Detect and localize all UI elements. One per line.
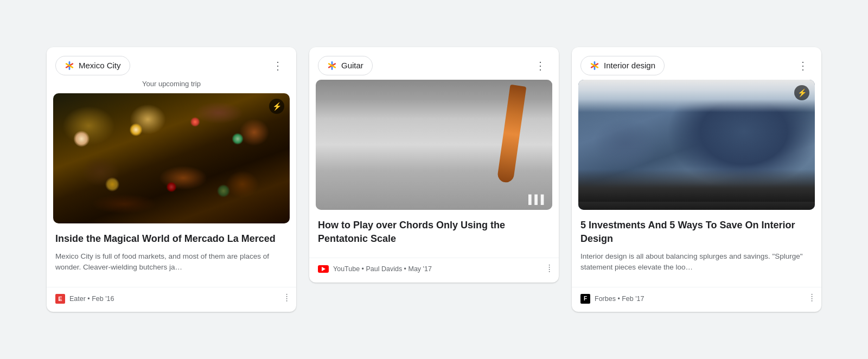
card-guitar: Guitar ⋮ ▌▌▌ How to Play over Chords Onl…: [309, 47, 559, 283]
card-description: Interior design is all about balancing s…: [580, 251, 813, 273]
card-body-guitar: How to Play over Chords Only Using the P…: [309, 210, 559, 258]
card-body-interior-design: 5 Investments And 5 Ways To Save On Inte…: [572, 210, 821, 287]
card-mexico-city: Mexico City ⋮ Your upcoming trip ⚡ Insid…: [47, 47, 296, 312]
source-icon-forbes: F: [580, 294, 590, 304]
card-image-div-interior-design: [578, 80, 815, 210]
card-title-interior-design: 5 Investments And 5 Ways To Save On Inte…: [580, 219, 813, 246]
more-options-guitar[interactable]: ⋮: [531, 58, 550, 73]
card-footer-guitar: YouTube • Paul Davids • May '17 ⦙: [309, 258, 559, 283]
bars-badge: ▌▌▌: [528, 195, 547, 204]
card-image-guitar: ▌▌▌: [316, 80, 552, 210]
topic-label-interior-design: Interior design: [604, 61, 655, 70]
card-description: Mexico City is full of food markets, and…: [55, 251, 288, 273]
flash-badge: ⚡: [794, 85, 809, 100]
feed-container: Mexico City ⋮ Your upcoming trip ⚡ Insid…: [0, 30, 868, 330]
card-footer-mexico-city: E Eater • Feb '16 ⦙: [47, 287, 296, 312]
more-options-mexico-city[interactable]: ⋮: [268, 58, 288, 73]
source-icon-eater: E: [55, 294, 65, 304]
card-image-div-guitar: [316, 80, 552, 210]
topic-pill-interior-design[interactable]: Interior design: [580, 56, 665, 75]
card-image-mexico-city: ⚡: [53, 93, 290, 223]
card-menu-interior-design[interactable]: ⦙: [811, 293, 813, 304]
card-header: Guitar ⋮: [309, 47, 559, 80]
card-title-guitar: How to Play over Chords Only Using the P…: [318, 219, 550, 246]
card-interior-design: Interior design ⋮ ⚡ 5 Investments And 5 …: [572, 47, 821, 312]
card-menu-mexico-city[interactable]: ⦙: [286, 293, 288, 304]
card-header: Interior design ⋮: [572, 47, 821, 80]
card-header: Mexico City ⋮: [47, 47, 296, 80]
source-text-guitar: YouTube • Paul Davids • May '17: [333, 265, 432, 273]
source-text-interior-design: Forbes • Feb '17: [595, 295, 644, 303]
card-image-div-mexico-city: [53, 93, 290, 223]
more-options-interior-design[interactable]: ⋮: [793, 58, 813, 73]
source-info-guitar: YouTube • Paul Davids • May '17: [318, 265, 432, 273]
source-info-mexico-city: E Eater • Feb '16: [55, 294, 114, 304]
topic-label-mexico-city: Mexico City: [79, 61, 121, 70]
card-footer-interior-design: F Forbes • Feb '17 ⦙: [572, 287, 821, 312]
source-text-mexico-city: Eater • Feb '16: [69, 295, 114, 303]
topic-pill-mexico-city[interactable]: Mexico City: [55, 56, 130, 75]
card-menu-guitar[interactable]: ⦙: [548, 264, 550, 275]
card-title-mexico-city: Inside the Magical World of Mercado La M…: [55, 232, 288, 246]
source-icon-youtube: [318, 265, 329, 273]
flash-badge: ⚡: [269, 99, 284, 114]
topic-pill-guitar[interactable]: Guitar: [318, 56, 373, 75]
card-body-mexico-city: Inside the Magical World of Mercado La M…: [47, 223, 296, 287]
card-subtitle: Your upcoming trip: [47, 80, 296, 93]
source-info-interior-design: F Forbes • Feb '17: [580, 294, 644, 304]
topic-label-guitar: Guitar: [341, 61, 363, 70]
card-image-interior-design: ⚡: [578, 80, 815, 210]
